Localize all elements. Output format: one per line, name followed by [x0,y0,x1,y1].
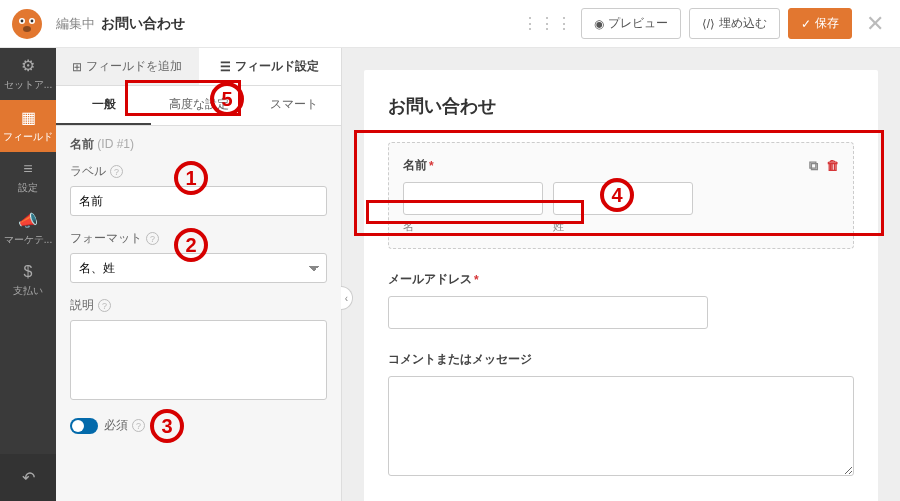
required-asterisk: * [474,273,479,287]
label-input[interactable] [70,186,327,216]
drag-grip-icon[interactable]: ⋮⋮⋮ [522,14,573,33]
duplicate-icon[interactable]: ⧉ [809,158,818,174]
tab-add-field[interactable]: ⊞フィールドを追加 [56,48,199,85]
subtab-general[interactable]: 一般 [56,86,151,125]
first-name-sublabel: 名 [403,219,543,234]
plus-box-icon: ⊞ [72,60,82,74]
field-email-label: メールアドレス [388,271,472,288]
page-title: お問い合わせ [101,15,185,33]
help-icon[interactable]: ? [98,299,111,312]
dollar-icon: $ [24,263,33,281]
message-textarea[interactable] [388,376,854,476]
help-icon[interactable]: ? [132,419,145,432]
required-label: 必須 [104,417,128,434]
required-asterisk: * [429,159,434,173]
annotation-3: 3 [150,409,184,443]
save-button[interactable]: ✓保存 [788,8,852,39]
field-email[interactable]: メールアドレス* [388,271,854,329]
form-title: お問い合わせ [388,94,854,118]
last-name-sublabel: 姓 [553,219,693,234]
svg-point-3 [21,19,24,22]
preview-button[interactable]: ◉プレビュー [581,8,681,39]
undo-icon: ↶ [22,469,35,486]
field-name[interactable]: 名前* ⧉ 🗑 名 姓 [388,142,854,249]
sidebar-item-payments[interactable]: $支払い [0,255,56,306]
app-logo [10,7,44,41]
subtab-advanced[interactable]: 高度な設定 [151,86,246,125]
section-title: 名前 (ID #1) [70,136,327,153]
code-icon: ⟨/⟩ [702,17,715,31]
embed-button[interactable]: ⟨/⟩埋め込む [689,8,780,39]
main-sidebar: ⚙セットア... ▦フィールド ≡設定 📣マーケテ... $支払い ↶ [0,48,56,501]
form-preview: お問い合わせ 名前* ⧉ 🗑 名 姓 メールアドレス* [342,48,900,501]
tab-field-settings[interactable]: ☰フィールド設定 [199,48,342,85]
format-label: フォーマット [70,230,142,247]
field-message-label: コメントまたはメッセージ [388,351,532,368]
required-toggle[interactable] [70,418,98,434]
title-prefix: 編集中 [56,15,95,33]
last-name-input[interactable] [553,182,693,215]
help-icon[interactable]: ? [146,232,159,245]
svg-point-5 [23,26,31,32]
megaphone-icon: 📣 [18,211,38,230]
sidebar-item-setup[interactable]: ⚙セットア... [0,48,56,100]
sidebar-item-marketing[interactable]: 📣マーケテ... [0,203,56,255]
check-icon: ✓ [801,17,811,31]
label-label: ラベル [70,163,106,180]
description-label: 説明 [70,297,94,314]
sidebar-item-fields[interactable]: ▦フィールド [0,100,56,152]
svg-point-0 [12,9,42,39]
field-panel: ⊞フィールドを追加 ☰フィールド設定 一般 高度な設定 スマート 5 名前 (I… [56,48,342,501]
help-icon[interactable]: ? [110,165,123,178]
field-message[interactable]: コメントまたはメッセージ [388,351,854,479]
trash-icon[interactable]: 🗑 [826,158,839,174]
field-name-label: 名前 [403,157,427,174]
first-name-input[interactable] [403,182,543,215]
sliders-icon: ≡ [23,160,32,178]
svg-point-4 [31,19,34,22]
gear-icon: ⚙ [21,56,35,75]
email-input[interactable] [388,296,708,329]
description-textarea[interactable] [70,320,327,400]
subtab-smart[interactable]: スマート [246,86,341,125]
sidebar-item-settings[interactable]: ≡設定 [0,152,56,203]
eye-icon: ◉ [594,17,604,31]
sliders-icon: ☰ [220,60,231,74]
format-select[interactable]: 名、姓 [70,253,327,283]
grid-icon: ▦ [21,108,36,127]
close-icon[interactable]: ✕ [860,11,890,37]
undo-button[interactable]: ↶ [0,454,56,501]
